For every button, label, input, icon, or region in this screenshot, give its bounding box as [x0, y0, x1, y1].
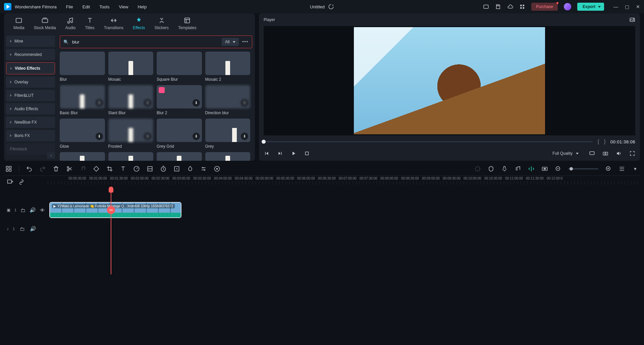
sidebar-item-overlay[interactable]: Overlay: [6, 76, 55, 88]
track-mute-icon[interactable]: 🔊: [30, 225, 36, 232]
download-icon[interactable]: ⬇: [96, 133, 103, 140]
tab-stock-media[interactable]: Stock Media: [34, 17, 56, 31]
playhead-split-button[interactable]: ✂: [107, 206, 115, 214]
sidebar-item-filter-lut[interactable]: Filter&LUT: [6, 90, 55, 101]
video-clip[interactable]: ▶Y2Mate.is Lemonade 🍋 Fortnite Montage Q…: [49, 202, 181, 218]
menu-view[interactable]: View: [119, 4, 128, 9]
search-filter-dropdown[interactable]: All: [222, 38, 239, 46]
zoom-in-icon[interactable]: [605, 165, 612, 172]
speed-icon[interactable]: [133, 165, 140, 172]
close-icon[interactable]: ✕: [636, 4, 640, 9]
zoom-knob[interactable]: [570, 167, 573, 170]
more-options-icon[interactable]: •••: [242, 40, 249, 44]
snapshot-settings-icon[interactable]: [629, 17, 635, 23]
sidebar-item-mine[interactable]: Mine: [6, 36, 55, 47]
next-frame-icon[interactable]: [277, 150, 283, 156]
sidebar-item-recommended[interactable]: Recommended: [6, 49, 55, 60]
effect-item[interactable]: ⬇Basic Blur: [60, 85, 105, 115]
effect-item[interactable]: ⬇Glow: [60, 119, 105, 149]
text-icon[interactable]: [120, 165, 126, 172]
video-track-row[interactable]: ▶Y2Mate.is Lemonade 🍋 Fortnite Montage Q…: [48, 201, 640, 219]
download-icon[interactable]: ⬇: [144, 133, 151, 140]
chroma-icon[interactable]: [187, 165, 194, 172]
purchase-button[interactable]: Purchase: [531, 3, 558, 11]
audio-detach-icon[interactable]: [79, 165, 86, 172]
effect-item[interactable]: [108, 152, 154, 161]
audio-track-row[interactable]: [48, 219, 640, 238]
export-button[interactable]: Export: [577, 3, 604, 11]
effect-item[interactable]: ⬇Grey: [205, 119, 251, 149]
maximize-icon[interactable]: ▢: [625, 4, 629, 9]
tag-icon[interactable]: [93, 165, 100, 172]
link-icon[interactable]: [18, 178, 25, 185]
zoom-slider[interactable]: [568, 168, 598, 169]
tab-transitions[interactable]: Transitions: [104, 17, 123, 31]
seek-knob[interactable]: [262, 140, 266, 144]
fullscreen-icon[interactable]: [629, 150, 635, 156]
display-mode-icon[interactable]: [589, 150, 595, 156]
sidebar-item-video-effects[interactable]: Video Effects: [6, 62, 55, 74]
effect-item[interactable]: Square Blur: [157, 52, 202, 82]
effect-item[interactable]: [157, 152, 202, 161]
timeline-ruler[interactable]: 00:00:30:0000:01:00:0000:01:30:0000:02:0…: [48, 176, 640, 187]
mark-out-icon[interactable]: }: [604, 139, 605, 145]
split-icon[interactable]: [66, 165, 73, 172]
download-icon[interactable]: ⬇: [241, 133, 248, 140]
timeline-tracks[interactable]: ▶Y2Mate.is Lemonade 🍋 Fortnite Montage Q…: [48, 187, 640, 274]
effect-item[interactable]: ⬇Slant Blur: [108, 85, 154, 115]
menu-edit[interactable]: Edit: [83, 4, 90, 9]
menu-tools[interactable]: Tools: [99, 4, 109, 9]
save-icon[interactable]: [495, 4, 501, 10]
sidebar-item-boris-fx[interactable]: Boris FX: [6, 130, 55, 141]
tab-effects[interactable]: Effects: [133, 17, 145, 31]
playhead-handle[interactable]: [109, 187, 113, 193]
tab-stickers[interactable]: Stickers: [154, 17, 169, 31]
play-icon[interactable]: [290, 150, 297, 156]
zoom-out-icon[interactable]: [555, 165, 561, 172]
mark-in-icon[interactable]: {: [597, 139, 599, 145]
menu-file[interactable]: File: [66, 4, 73, 9]
volume-icon[interactable]: [616, 150, 622, 156]
apps-icon[interactable]: [519, 4, 525, 10]
seek-bar[interactable]: [264, 141, 593, 142]
snapshot-icon[interactable]: [602, 150, 608, 156]
voiceover-icon[interactable]: [501, 165, 508, 172]
prev-frame-icon[interactable]: [264, 150, 270, 156]
tab-audio[interactable]: Audio: [65, 17, 76, 31]
sidebar-item-newblue-fx[interactable]: NewBlue FX: [6, 117, 55, 128]
cloud-icon[interactable]: [507, 4, 513, 10]
track-visibility-icon[interactable]: 👁: [40, 207, 45, 213]
track-folder-icon[interactable]: 🗀: [19, 225, 25, 232]
render-preview-icon[interactable]: [474, 165, 481, 172]
adjust-icon[interactable]: [200, 165, 207, 172]
sidebar-collapse-button[interactable]: ‹: [47, 152, 55, 159]
effect-item[interactable]: [205, 152, 251, 161]
color-icon[interactable]: [147, 165, 153, 172]
effect-item[interactable]: ⬇Frosted: [108, 119, 154, 149]
playhead[interactable]: ✂: [111, 187, 111, 274]
download-icon[interactable]: ⬇: [193, 99, 200, 107]
download-icon[interactable]: ⬇: [144, 99, 151, 107]
effect-item[interactable]: [60, 152, 105, 161]
freeze-frame-icon[interactable]: [541, 165, 548, 172]
marker-icon[interactable]: [488, 165, 494, 172]
player-viewport[interactable]: [264, 26, 635, 135]
playback-quality-dropdown[interactable]: Full Quality: [549, 149, 582, 157]
track-view-icon[interactable]: [619, 165, 625, 172]
menu-help[interactable]: Help: [138, 4, 147, 9]
minimize-icon[interactable]: —: [613, 4, 618, 9]
crop-icon[interactable]: [106, 165, 113, 172]
tab-media[interactable]: Media: [13, 17, 24, 31]
add-track-icon[interactable]: [7, 178, 13, 185]
timer-icon[interactable]: [160, 165, 167, 172]
delete-icon[interactable]: [53, 165, 59, 172]
redo-icon[interactable]: [39, 165, 46, 172]
undo-icon[interactable]: [26, 165, 33, 172]
effect-item[interactable]: ⬇Blur 2: [157, 85, 202, 115]
download-icon[interactable]: ⬇: [96, 99, 103, 107]
cloud-sync-icon[interactable]: [328, 4, 334, 10]
effect-item[interactable]: ⬇Direction blur: [205, 85, 251, 115]
download-icon[interactable]: ⬇: [241, 99, 248, 107]
download-icon[interactable]: ⬇: [193, 133, 200, 140]
user-avatar[interactable]: [564, 3, 571, 10]
